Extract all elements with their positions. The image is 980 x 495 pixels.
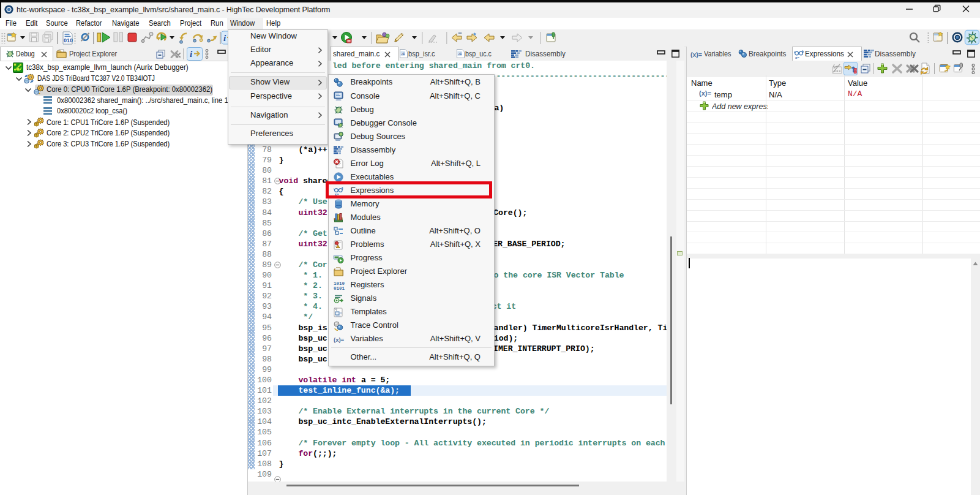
svg-text:(x)=: (x)= — [334, 336, 345, 342]
svg-text:1010: 1010 — [334, 281, 345, 286]
svg-text:0101: 0101 — [334, 286, 345, 291]
svg-text:.c: .c — [458, 51, 462, 56]
svg-text:010: 010 — [64, 37, 73, 43]
svg-text:.c: .c — [401, 51, 405, 56]
svg-text:x=: x= — [795, 56, 799, 59]
